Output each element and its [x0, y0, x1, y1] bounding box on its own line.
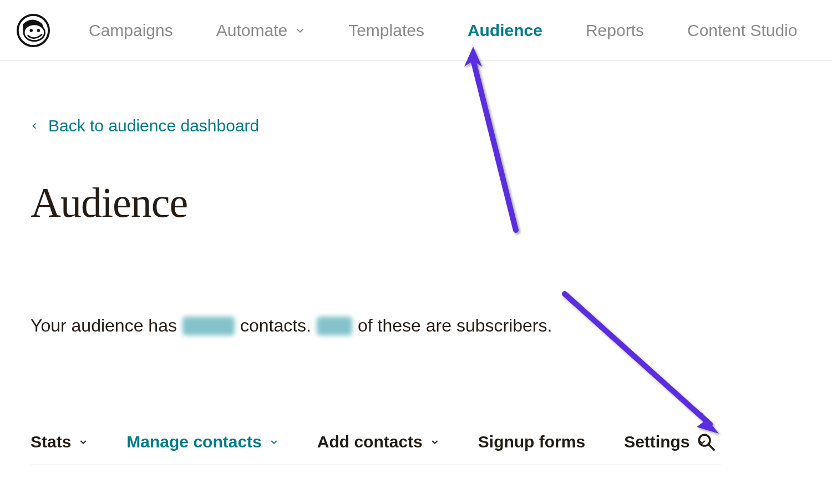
chevron-down-icon	[79, 437, 88, 446]
toolbar-signup-forms[interactable]: Signup forms	[478, 432, 585, 451]
svg-point-2	[29, 29, 33, 32]
nav-label: Reports	[586, 21, 644, 40]
main-content: Back to audience dashboard Audience Your…	[0, 61, 832, 336]
svg-line-5	[708, 444, 714, 450]
toolbar-label: Add contacts	[317, 432, 423, 451]
search-button[interactable]	[697, 432, 716, 451]
nav-label: Automate	[216, 21, 287, 40]
toolbar-divider	[31, 465, 721, 465]
nav-audience[interactable]: Audience	[468, 21, 542, 40]
toolbar-label: Stats	[31, 432, 71, 451]
nav-campaigns[interactable]: Campaigns	[89, 21, 173, 40]
nav-label: Audience	[468, 21, 542, 40]
svg-marker-9	[697, 411, 719, 434]
nav-content-studio[interactable]: Content Studio	[687, 21, 797, 40]
chevron-down-icon	[430, 437, 439, 446]
toolbar-stats[interactable]: Stats	[31, 432, 88, 451]
summary-text: Your audience has	[31, 315, 177, 336]
page-title: Audience	[31, 179, 801, 227]
nav-templates[interactable]: Templates	[348, 21, 424, 40]
audience-summary: Your audience has contacts. of these are…	[31, 315, 801, 336]
toolbar-label: Settings	[624, 432, 689, 451]
chevron-down-icon	[295, 26, 305, 35]
toolbar-manage-contacts[interactable]: Manage contacts	[126, 432, 278, 451]
summary-text: contacts.	[240, 315, 311, 336]
chevron-down-icon	[270, 437, 278, 446]
mailchimp-logo-icon[interactable]	[17, 14, 50, 47]
nav-items: Campaigns Automate Templates Audience Re…	[89, 21, 797, 40]
redacted-subscriber-count	[317, 317, 352, 335]
nav-label: Templates	[348, 21, 424, 40]
toolbar-add-contacts[interactable]: Add contacts	[317, 432, 439, 451]
nav-reports[interactable]: Reports	[586, 21, 644, 40]
chevron-left-icon	[31, 120, 38, 132]
backlink-label: Back to audience dashboard	[48, 116, 259, 135]
search-icon	[697, 432, 716, 451]
audience-toolbar: Stats Manage contacts Add contacts Signu…	[31, 432, 721, 451]
toolbar-label: Signup forms	[478, 432, 585, 451]
redacted-contact-count	[182, 317, 235, 335]
nav-label: Campaigns	[89, 21, 173, 40]
back-to-dashboard-link[interactable]: Back to audience dashboard	[31, 116, 801, 135]
top-nav: Campaigns Automate Templates Audience Re…	[0, 0, 832, 61]
toolbar-label: Manage contacts	[126, 432, 261, 451]
nav-automate[interactable]: Automate	[216, 21, 305, 40]
svg-point-3	[37, 29, 40, 32]
summary-text: of these are subscribers.	[358, 315, 552, 336]
nav-label: Content Studio	[687, 21, 797, 40]
toolbar-settings[interactable]: Settings	[624, 432, 706, 451]
